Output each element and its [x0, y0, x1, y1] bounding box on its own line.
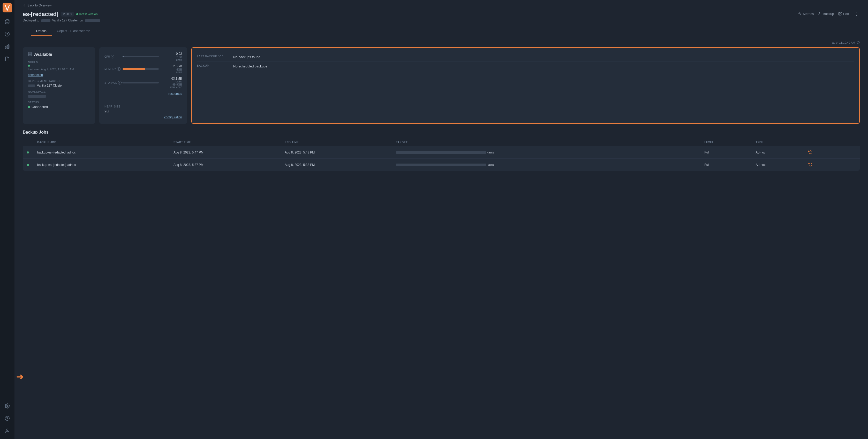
memory-label: MEMORY i: [104, 67, 120, 71]
status-card-title: Available: [28, 52, 90, 57]
arrow-indicator: ➜: [16, 371, 24, 382]
memory-bar-wrap: [123, 68, 159, 70]
tab-copilot[interactable]: Copilot - Elasticsearch: [52, 26, 95, 36]
sidebar-item-documents[interactable]: [2, 54, 12, 64]
svg-rect-2: [5, 46, 6, 48]
memory-limit: 4GB: [176, 68, 182, 71]
node-dot: [28, 65, 30, 67]
row2-more-icon[interactable]: ⋮: [815, 162, 819, 167]
resources-link[interactable]: resources: [168, 92, 182, 96]
metrics-button[interactable]: Metrics: [798, 12, 814, 16]
configuration-link[interactable]: configuration: [164, 115, 182, 119]
resources-link-wrap: resources: [104, 92, 182, 96]
backup-status-card: LAST BACKUP JOB No backups found BACKUP …: [191, 47, 860, 124]
memory-value: 2.5GB: [173, 64, 182, 68]
target-col-header: TARGET: [392, 138, 700, 146]
cluster-logo-redacted: [41, 20, 51, 22]
end-time-col-header: END TIME: [281, 138, 392, 146]
memory-values: 2.5GB 4GB LIMIT: [161, 64, 182, 74]
row1-restore-icon[interactable]: [808, 150, 812, 155]
heap-section: HEAP_SIZE 2G configuration: [104, 99, 182, 119]
storage-used-label: USED: [176, 80, 182, 83]
table-row: backup-es-[redacted] adhoc Aug 8, 2023, …: [23, 146, 860, 159]
namespace-value: [28, 94, 90, 98]
row1-end-time: Aug 8, 2023, 5:48 PM: [281, 146, 392, 159]
row2-level: Full: [700, 159, 751, 171]
memory-info-icon[interactable]: i: [117, 67, 121, 71]
backup-value: No scheduled backups: [233, 64, 267, 68]
sidebar-item-profile[interactable]: [2, 426, 12, 436]
resources-card: CPU i 0.02 2.00 LIMIT MEMORY: [99, 47, 187, 124]
backup-key: BACKUP: [197, 64, 233, 67]
row1-status: [23, 146, 33, 159]
table-head: BACKUP JOB START TIME END TIME TARGET LE: [23, 138, 860, 146]
svg-rect-3: [7, 45, 7, 48]
back-label: Back to Overview: [27, 4, 52, 7]
row2-restore-icon[interactable]: [808, 162, 812, 167]
cpu-limit: 2.00: [177, 56, 182, 59]
row1-start-time: Aug 8, 2023, 5:47 PM: [169, 146, 281, 159]
last-backup-job-value: No backups found: [233, 55, 260, 59]
last-backup-job-row: LAST BACKUP JOB No backups found: [197, 53, 854, 62]
row1-status-dot: [27, 151, 29, 154]
row1-target: -aws: [392, 146, 700, 159]
memory-limit-label: LIMIT: [176, 71, 182, 74]
cpu-limit-label: LIMIT: [176, 59, 182, 61]
cpu-info-icon[interactable]: i: [111, 55, 114, 58]
svg-rect-0: [3, 3, 12, 12]
more-button[interactable]: ⋮: [853, 11, 860, 16]
backup-job-col-header: BACKUP JOB: [33, 138, 169, 146]
namespace-redacted: [28, 95, 46, 98]
row2-status-dot: [27, 164, 29, 166]
header-row: es-[redacted] v8.8.0 latest version Depl…: [23, 11, 860, 22]
tab-details[interactable]: Details: [31, 26, 52, 36]
status-label: latest version: [80, 12, 98, 16]
cpu-values: 0.02 2.00 LIMIT: [161, 52, 182, 61]
sidebar-item-upload[interactable]: [2, 29, 12, 39]
svg-point-10: [28, 52, 32, 53]
node-row: [28, 65, 90, 67]
start-time-col-header: START TIME: [169, 138, 281, 146]
backup-schedule-row: BACKUP No scheduled backups: [197, 62, 854, 71]
sidebar-item-help[interactable]: [2, 413, 12, 424]
service-name: es-[redacted]: [23, 11, 58, 18]
status-col-header: [23, 138, 33, 146]
actions-col-header: [804, 138, 860, 146]
status-value: Connected: [32, 105, 48, 109]
cpu-bar-wrap: [123, 56, 159, 57]
edit-button[interactable]: Edit: [838, 12, 849, 16]
nodes-label: NODES: [28, 61, 90, 64]
sidebar: [0, 0, 14, 439]
row2-target-redacted: [396, 164, 486, 166]
storage-info-icon[interactable]: i: [118, 81, 122, 85]
cluster-icon-redacted: [28, 85, 35, 87]
back-to-overview-link[interactable]: Back to Overview: [23, 4, 860, 7]
row1-target-redacted: [396, 151, 486, 154]
topnav: Back to Overview es-[redacted] v8.8.0 la…: [14, 0, 868, 36]
cpu-label: CPU i: [104, 55, 120, 58]
sidebar-item-settings[interactable]: [2, 401, 12, 411]
deployment-target-value: Vanilla 127 Cluster: [28, 84, 90, 87]
main-content: Back to Overview es-[redacted] v8.8.0 la…: [14, 0, 868, 439]
storage-metric-row: STORAGE i 63.1MB USED 99.9GB AVAILABLE: [104, 77, 182, 89]
app-logo: [3, 3, 12, 12]
cluster-name: Vanilla 127 Cluster: [52, 19, 78, 22]
row1-more-icon[interactable]: ⋮: [815, 150, 819, 155]
row2-status: [23, 159, 33, 171]
status-value-row: Connected: [28, 105, 90, 109]
sidebar-item-analytics[interactable]: [2, 41, 12, 52]
sidebar-item-databases[interactable]: [2, 16, 12, 27]
heap-size-value: 2G: [104, 109, 182, 113]
connection-link[interactable]: connection: [28, 73, 43, 77]
status-card: Available NODES Last seen Aug 9, 2023, 1…: [23, 47, 95, 124]
cpu-bar: [123, 56, 124, 57]
last-backup-job-key: LAST BACKUP JOB: [197, 55, 233, 58]
status-dot-green: [28, 106, 30, 108]
row2-end-time: Aug 8, 2023, 5:38 PM: [281, 159, 392, 171]
status-dot: [76, 13, 79, 15]
cpu-value: 0.02: [176, 52, 182, 56]
svg-point-1: [5, 20, 9, 21]
backup-button[interactable]: Backup: [818, 12, 834, 16]
row1-type: Ad-hoc: [752, 146, 804, 159]
row1-level: Full: [700, 146, 751, 159]
